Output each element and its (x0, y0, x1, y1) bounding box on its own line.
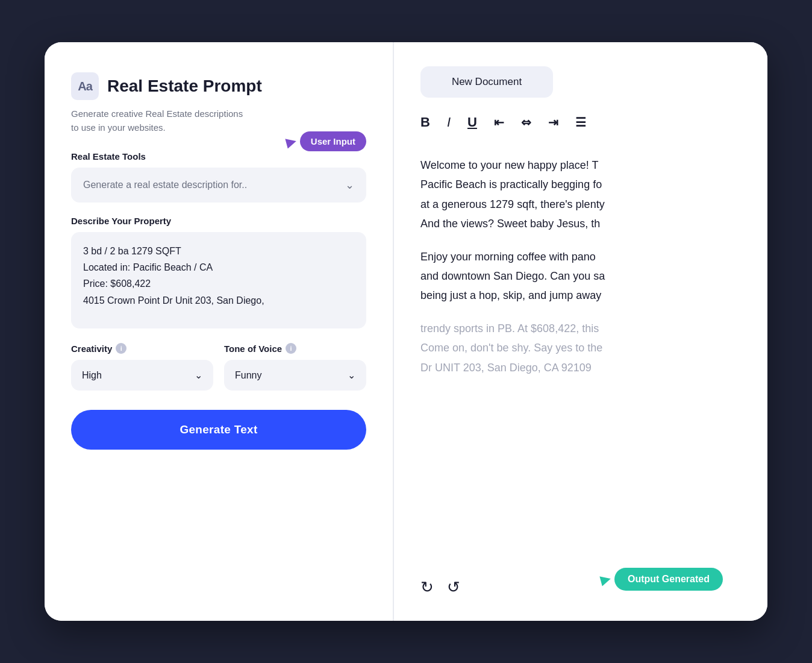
align-right-button[interactable]: ⇥ (548, 115, 558, 130)
settings-row: Creativity i High ⌄ Tone of Voice i Funn… (71, 343, 366, 391)
tools-dropdown-arrow-icon: ⌄ (345, 178, 354, 192)
output-cursor-icon: ▶ (599, 570, 613, 588)
bold-button[interactable]: B (420, 115, 430, 130)
undo-button[interactable]: ↻ (420, 578, 434, 597)
creativity-value: High (82, 370, 102, 381)
underline-button[interactable]: U (467, 115, 477, 130)
cursor-icon: ▶ (284, 133, 298, 151)
app-container: Aa Real Estate Prompt Generate creative … (45, 42, 767, 621)
app-subtitle: Generate creative Real Estate descriptio… (71, 107, 366, 134)
doc-paragraph-2: Enjoy your morning coffee with pano and … (420, 247, 741, 306)
creativity-dropdown-arrow-icon: ⌄ (195, 369, 202, 381)
tone-dropdown-arrow-icon: ⌄ (348, 369, 355, 381)
output-generated-badge: Output Generated (614, 568, 723, 591)
output-generated-tooltip: ▶ Output Generated (601, 568, 723, 591)
user-input-badge: User Input (300, 131, 366, 151)
tone-info-icon: i (286, 343, 296, 354)
creativity-info-icon: i (116, 343, 126, 354)
formatting-toolbar: B I U ⇤ ⇔ ⇥ ☰ (420, 115, 741, 136)
creativity-dropdown[interactable]: High ⌄ (71, 360, 213, 391)
tools-dropdown-text: Generate a real estate description for.. (83, 180, 247, 190)
new-document-button[interactable]: New Document (420, 66, 553, 98)
document-content: Welcome to your new happy place! T Pacif… (420, 156, 741, 564)
align-justify-button[interactable]: ☰ (575, 115, 586, 130)
user-input-tooltip: ▶ User Input (286, 131, 366, 151)
right-panel: New Document B I U ⇤ ⇔ ⇥ ☰ (394, 42, 767, 621)
generate-button[interactable]: Generate Text (71, 410, 366, 450)
tone-value: Funny (235, 370, 261, 381)
app-header: Aa Real Estate Prompt (71, 72, 366, 100)
bottom-actions: ↻ ↺ ▶ Output Generated (420, 578, 741, 597)
italic-button[interactable]: I (447, 115, 451, 130)
align-center-button[interactable]: ⇔ (521, 115, 531, 130)
tone-label: Tone of Voice i (224, 343, 366, 354)
property-textarea[interactable]: 3 bd / 2 ba 1279 SQFT Located in: Pacifi… (71, 232, 366, 328)
doc-paragraph-1: Welcome to your new happy place! T Pacif… (420, 156, 741, 234)
align-left-button[interactable]: ⇤ (494, 115, 504, 130)
tools-dropdown[interactable]: Generate a real estate description for..… (71, 168, 366, 203)
tone-dropdown[interactable]: Funny ⌄ (224, 360, 366, 391)
creativity-group: Creativity i High ⌄ (71, 343, 213, 391)
tools-section-label: Real Estate Tools (71, 151, 366, 162)
doc-paragraph-3: trendy sports in PB. At $608,422, this C… (420, 319, 741, 377)
left-panel: Aa Real Estate Prompt Generate creative … (45, 42, 394, 621)
app-title: Real Estate Prompt (107, 77, 262, 96)
app-logo-icon: Aa (71, 72, 99, 100)
creativity-label: Creativity i (71, 343, 213, 354)
tone-group: Tone of Voice i Funny ⌄ (224, 343, 366, 391)
redo-button[interactable]: ↺ (447, 578, 460, 597)
property-section-label: Describe Your Property (71, 216, 366, 226)
